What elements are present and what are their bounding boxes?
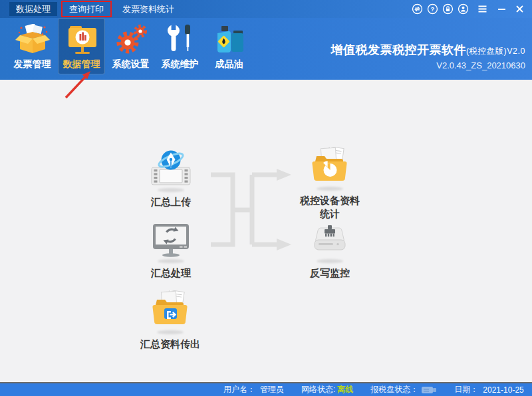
tool-invoice-management[interactable]: 发票管理 xyxy=(9,18,56,74)
sync-icon[interactable] xyxy=(412,3,423,15)
gears-icon xyxy=(114,23,148,56)
node-summary-process[interactable]: 汇总处理 xyxy=(121,222,221,280)
tool-system-maintenance[interactable]: 系统维护 xyxy=(156,18,203,74)
network-value: 离线 xyxy=(337,384,353,395)
date-value: 2021-10-25 xyxy=(483,385,523,395)
tool-label: 系统维护 xyxy=(162,58,199,70)
tool-label: 系统设置 xyxy=(112,58,150,70)
flow-arrows xyxy=(0,80,532,383)
tax-disk-label: 报税盘状态： xyxy=(370,384,418,395)
wrench-screwdriver-icon xyxy=(163,23,198,56)
icon-shadow xyxy=(158,259,184,263)
tool-label: 数据管理 xyxy=(63,58,100,70)
monitor-refresh-icon xyxy=(151,222,191,258)
status-date: 日期： 2021-10-25 xyxy=(454,384,523,395)
main-area: 汇总上传 xyxy=(0,80,532,383)
node-summary-export[interactable]: 汇总资料传出 xyxy=(120,290,220,351)
tax-disk-icon xyxy=(421,385,437,395)
menu-icon[interactable] xyxy=(477,3,488,15)
user-label: 用户名： xyxy=(223,384,255,395)
tool-refined-oil[interactable]: 成品油 xyxy=(205,18,253,74)
node-label-line1: 税控设备资料 xyxy=(300,194,360,207)
date-label: 日期： xyxy=(454,384,478,395)
app-title-main: 增值税发票税控开票软件 xyxy=(331,43,466,56)
node-summary-upload[interactable]: 汇总上传 xyxy=(121,149,221,209)
icon-shadow xyxy=(158,188,184,192)
node-tax-device-stats[interactable]: 税控设备资料 统计 xyxy=(280,147,380,221)
data-folder-icon xyxy=(65,23,99,56)
oil-can-icon xyxy=(212,23,247,56)
close-icon[interactable] xyxy=(514,3,525,15)
node-label: 汇总上传 xyxy=(151,195,191,209)
node-label: 税控设备资料 统计 xyxy=(300,194,360,221)
app-version: V2.0.43_ZS_20210630 xyxy=(331,60,525,70)
toolbar: 发票管理 数据管理 xyxy=(0,18,532,80)
icon-shadow xyxy=(317,187,343,191)
node-label-line2: 统计 xyxy=(300,207,360,221)
minimize-icon[interactable] xyxy=(496,3,507,15)
user-icon[interactable] xyxy=(458,3,469,15)
menu-item-invoice-data-stats[interactable]: 发票资料统计 xyxy=(116,2,181,16)
status-bar: 用户名： 管理员 网络状态: 离线 报税盘状态： 日期： 2021-10-25 xyxy=(0,383,532,396)
drive-brush-icon xyxy=(310,223,350,258)
user-value: 管理员 xyxy=(260,384,284,395)
icon-shadow xyxy=(317,259,343,263)
menu-bar: 数据处理 查询打印 发票资料统计 ? xyxy=(0,0,532,18)
app-window: 数据处理 查询打印 发票资料统计 ? xyxy=(0,0,532,396)
tool-system-settings[interactable]: 系统设置 xyxy=(107,18,154,74)
lock-icon[interactable] xyxy=(442,3,454,15)
node-label: 汇总处理 xyxy=(151,266,191,280)
app-title-suffix: (税控盘版)V2.0 xyxy=(466,47,525,56)
tool-label: 成品油 xyxy=(215,58,243,70)
node-label: 反写监控 xyxy=(310,266,350,280)
menu-item-query-print[interactable]: 查询打印 xyxy=(63,2,110,16)
svg-text:?: ? xyxy=(431,5,435,13)
folder-piechart-icon xyxy=(309,147,351,185)
help-icon[interactable]: ? xyxy=(427,3,438,15)
node-writeback-monitor[interactable]: 反写监控 xyxy=(280,223,380,280)
tool-data-management[interactable]: 数据管理 xyxy=(58,18,105,74)
folder-export-icon xyxy=(149,290,192,329)
menu-item-data-processing[interactable]: 数据处理 xyxy=(9,2,57,16)
status-network: 网络状态: 离线 xyxy=(301,384,353,395)
status-user: 用户名： 管理员 xyxy=(223,384,284,395)
icon-shadow xyxy=(157,330,184,334)
window-controls: ? xyxy=(412,3,532,15)
node-label: 汇总资料传出 xyxy=(140,338,200,351)
status-tax-disk: 报税盘状态： xyxy=(370,384,437,395)
tool-label: 发票管理 xyxy=(14,58,51,70)
globe-film-icon xyxy=(150,149,192,187)
network-label: 网络状态: xyxy=(301,384,335,395)
invoice-box-icon xyxy=(15,23,50,56)
app-title: 增值税发票税控开票软件(税控盘版)V2.0 V2.0.43_ZS_2021063… xyxy=(331,42,525,70)
